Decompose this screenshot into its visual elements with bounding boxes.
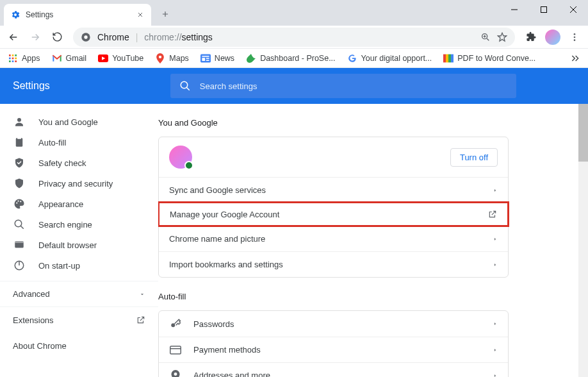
sidebar-extensions[interactable]: Extensions: [0, 307, 158, 333]
youtube-bookmark[interactable]: YouTube: [98, 53, 143, 63]
svg-rect-10: [15, 54, 17, 56]
sidebar-about-chrome[interactable]: About Chrome: [0, 333, 158, 358]
svg-rect-21: [202, 58, 205, 61]
sidebar-item-privacy[interactable]: Privacy and security: [0, 173, 151, 194]
row-chrome-name-picture[interactable]: Chrome name and picture: [159, 226, 508, 251]
svg-rect-9: [12, 54, 14, 56]
profile-avatar-button[interactable]: [543, 28, 562, 47]
gear-icon: [10, 10, 20, 20]
maximize-button[interactable]: [529, 0, 559, 19]
page-title: Settings: [13, 80, 50, 92]
minimize-button[interactable]: [500, 0, 529, 19]
search-icon: [179, 80, 191, 92]
bookmark-star-icon[interactable]: [497, 32, 507, 42]
autofill-card: Passwords Payment methods Addresses and …: [158, 310, 509, 377]
pdf-bookmark[interactable]: PDF to Word Conve...: [443, 53, 535, 63]
zoom-icon[interactable]: [480, 32, 491, 42]
sidebar-item-search-engine[interactable]: Search engine: [0, 214, 151, 235]
search-settings-input[interactable]: [200, 81, 507, 91]
chevron-right-icon: [493, 321, 498, 327]
sync-badge-icon: [184, 161, 193, 170]
external-link-icon: [136, 315, 145, 324]
back-button[interactable]: [4, 28, 23, 47]
url-text: Chrome | chrome://settings: [97, 32, 474, 42]
svg-rect-11: [9, 57, 11, 59]
window-controls: [500, 0, 588, 19]
news-bookmark[interactable]: News: [200, 53, 234, 63]
svg-point-6: [574, 36, 576, 38]
row-import-bookmarks[interactable]: Import bookmarks and settings: [159, 251, 508, 277]
svg-rect-30: [16, 138, 23, 147]
bookmarks-overflow-button[interactable]: [570, 53, 580, 63]
svg-point-33: [17, 200, 19, 201]
row-sync-services[interactable]: Sync and Google services: [159, 177, 508, 203]
menu-button[interactable]: [565, 28, 584, 47]
scrollbar[interactable]: [578, 104, 588, 377]
digital-bookmark[interactable]: Your digital opport...: [347, 53, 432, 63]
section-autofill: Auto-fill: [158, 292, 509, 301]
apps-bookmark[interactable]: Apps: [8, 53, 40, 63]
svg-point-34: [20, 201, 21, 202]
svg-point-39: [171, 323, 175, 327]
close-tab-button[interactable]: [136, 10, 145, 19]
turn-off-button[interactable]: Turn off: [450, 148, 498, 167]
svg-rect-40: [170, 346, 181, 354]
maps-bookmark[interactable]: Maps: [155, 53, 189, 63]
sidebar-item-startup[interactable]: On start-up: [0, 255, 151, 276]
profile-avatar: [169, 146, 192, 169]
window-titlebar: Settings: [0, 0, 588, 26]
row-manage-google-account[interactable]: Manage your Google Account: [158, 201, 509, 227]
address-bar[interactable]: Chrome | chrome://settings: [73, 28, 515, 47]
gmail-bookmark[interactable]: Gmail: [52, 53, 87, 63]
reload-button[interactable]: [47, 28, 67, 47]
row-addresses[interactable]: Addresses and more: [159, 362, 508, 377]
youtube-icon: [98, 53, 108, 63]
svg-point-35: [15, 220, 22, 227]
search-icon: [13, 219, 26, 230]
location-icon: [169, 370, 182, 378]
sidebar-item-safety-check[interactable]: Safety check: [0, 153, 151, 173]
tab-title: Settings: [26, 10, 136, 19]
settings-header: Settings: [0, 68, 588, 104]
svg-rect-25: [446, 54, 448, 62]
svg-rect-1: [541, 7, 547, 13]
row-passwords[interactable]: Passwords: [159, 311, 508, 337]
svg-point-5: [574, 33, 576, 35]
sidebar-item-appearance[interactable]: Appearance: [0, 194, 151, 214]
palette-icon: [13, 198, 26, 210]
sidebar-item-you-and-google[interactable]: You and Google: [0, 112, 151, 132]
settings-content: You and Google Turn off Sync and Google …: [158, 104, 588, 377]
shield-check-icon: [13, 157, 26, 169]
close-window-button[interactable]: [559, 0, 588, 19]
new-tab-button[interactable]: [156, 5, 174, 23]
search-settings-box[interactable]: [170, 74, 516, 98]
sidebar-advanced-toggle[interactable]: Advanced: [0, 281, 158, 306]
leaf-icon: [246, 53, 256, 63]
chevron-right-icon: [493, 347, 498, 353]
svg-rect-14: [9, 60, 11, 62]
external-link-icon: [488, 210, 497, 219]
svg-point-42: [174, 373, 177, 376]
svg-rect-13: [15, 57, 17, 59]
forward-button[interactable]: [26, 28, 45, 47]
chevron-right-icon: [493, 262, 498, 268]
sidebar-item-default-browser[interactable]: Default browser: [0, 235, 151, 255]
browser-tab[interactable]: Settings: [4, 4, 151, 26]
sidebar-item-autofill[interactable]: Auto-fill: [0, 132, 151, 153]
chrome-icon: [81, 32, 91, 42]
extensions-button[interactable]: [521, 28, 541, 47]
chevron-right-icon: [493, 236, 498, 242]
scrollbar-thumb[interactable]: [578, 104, 588, 162]
svg-point-3: [84, 35, 87, 38]
profile-row: Turn off: [159, 137, 508, 177]
maps-icon: [155, 53, 165, 63]
dashboard-bookmark[interactable]: Dashboard - ProSe...: [246, 53, 335, 63]
row-payment-methods[interactable]: Payment methods: [159, 337, 508, 362]
svg-rect-24: [443, 54, 446, 62]
shield-icon: [13, 178, 26, 189]
svg-rect-26: [448, 54, 451, 62]
svg-rect-15: [12, 60, 14, 62]
you-and-google-card: Turn off Sync and Google services Manage…: [158, 137, 509, 278]
svg-point-18: [159, 55, 161, 58]
google-icon: [347, 53, 357, 63]
